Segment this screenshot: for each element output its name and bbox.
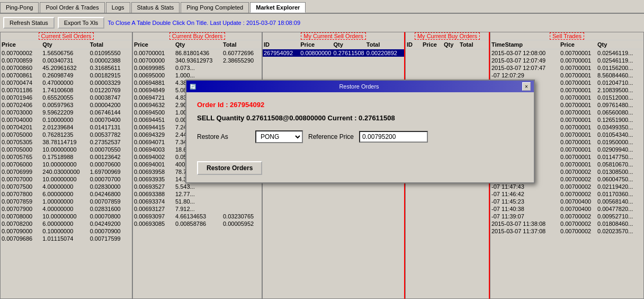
- modal-titlebar: 🔄 Restore Orders ×: [186, 81, 534, 92]
- modal-restore-button[interactable]: Restore Orders: [197, 161, 262, 175]
- modal-restore-as-label: Restore As: [197, 133, 250, 140]
- modal-ref-price-label: Reference Price: [308, 133, 354, 140]
- modal-close-button[interactable]: ×: [522, 82, 531, 91]
- modal-sell-qty: SELL Quantity 0.27611508@0.00800000 Curr…: [197, 114, 523, 122]
- modal-restore-as-select[interactable]: PING PONG: [255, 130, 303, 143]
- modal-footer: Restore Orders: [186, 157, 534, 182]
- restore-orders-modal: 🔄 Restore Orders × Order Id : 267954092 …: [185, 80, 535, 183]
- modal-title-label: Restore Orders: [339, 83, 379, 90]
- modal-ref-price-input[interactable]: [359, 131, 428, 143]
- modal-overlay: 🔄 Restore Orders × Order Id : 267954092 …: [0, 0, 644, 299]
- modal-body: Order Id : 267954092 SELL Quantity 0.276…: [186, 92, 534, 157]
- modal-order-id: Order Id : 267954092: [197, 101, 523, 109]
- modal-title-icon: 🔄: [190, 84, 196, 90]
- modal-restore-row: Restore As PING PONG Reference Price: [197, 130, 523, 143]
